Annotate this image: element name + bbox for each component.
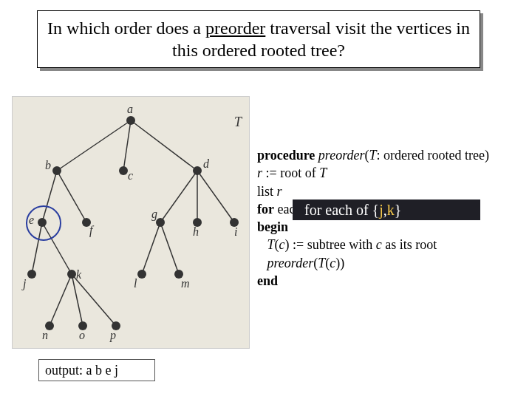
svg-line-7 [197, 171, 234, 222]
overlay-pre: for each of { [304, 202, 379, 219]
subtree-text: ) := subtree with [285, 237, 376, 252]
node-b: b [45, 159, 51, 171]
svg-point-17 [119, 166, 128, 175]
list-text: list [257, 184, 277, 199]
svg-line-12 [50, 274, 72, 326]
fn-name: preorder [318, 148, 365, 163]
svg-line-2 [131, 120, 197, 171]
pseudo-line-5: begin [257, 218, 523, 236]
svg-line-8 [32, 222, 42, 274]
var-r: r [257, 166, 262, 180]
var-T3: T [267, 237, 275, 252]
node-d: d [203, 157, 210, 170]
pseudo-line-8: end [257, 272, 523, 290]
var-T: T [369, 148, 377, 163]
svg-point-26 [137, 270, 146, 279]
output-box: output: a b e j [38, 359, 155, 381]
pseudo-line-7: preorder(T(c)) [257, 254, 523, 272]
svg-point-18 [193, 166, 202, 175]
indent1 [257, 237, 267, 252]
question-title: In which order does a preorder traversal… [37, 10, 480, 68]
node-a: a [127, 103, 133, 115]
title-pre: In which order does a [47, 18, 205, 38]
svg-line-10 [142, 222, 160, 274]
kw-begin: begin [257, 219, 288, 234]
svg-line-4 [57, 171, 86, 222]
node-e: e [29, 214, 34, 226]
svg-line-3 [42, 171, 57, 222]
var-r2: r [277, 184, 282, 199]
svg-line-14 [72, 274, 116, 326]
node-i: i [234, 225, 237, 238]
sig-text: : ordered rooted tree) [377, 148, 489, 163]
overlay-post: } [395, 202, 402, 219]
pseudo-line-2: r := root of T [257, 164, 523, 182]
title-underlined: preorder [205, 18, 265, 38]
pseudo-line-1: procedure preorder(T: ordered rooted tre… [257, 146, 523, 164]
for-overlay: for each of {j, k} [293, 200, 480, 220]
tree-diagram: T a b c d e f g h i j k l m n o p [12, 96, 250, 349]
output-text: output: a b e j [45, 363, 118, 378]
node-h: h [193, 225, 199, 238]
var-c3: c [376, 237, 382, 252]
svg-point-19 [38, 218, 47, 227]
node-g: g [151, 208, 157, 221]
node-c: c [128, 169, 133, 182]
node-j: j [21, 277, 27, 290]
var-c4: c [330, 256, 335, 270]
var-T4: T [318, 256, 325, 270]
overlay-k: k [387, 202, 395, 219]
root-text: as its root [382, 237, 437, 252]
tree-svg: T a b c d e f g h i j k l m n o p [13, 97, 249, 348]
svg-point-25 [67, 270, 76, 279]
tree-title: T [234, 115, 243, 129]
pseudo-line-3: list r [257, 183, 523, 200]
svg-line-13 [72, 274, 83, 326]
pc1: )) [335, 256, 344, 270]
node-l: l [134, 277, 137, 290]
svg-point-15 [126, 116, 135, 125]
svg-line-9 [42, 222, 72, 274]
indent2 [257, 256, 267, 270]
node-f: f [89, 224, 95, 237]
kw-end: end [257, 273, 278, 288]
node-m: m [181, 277, 190, 290]
pseudo-line-6: T(c) := subtree with c as its root [257, 236, 523, 253]
node-p: p [109, 329, 116, 342]
svg-line-11 [160, 222, 179, 274]
kw-for: for [257, 202, 274, 216]
node-k: k [76, 268, 82, 281]
svg-line-1 [123, 120, 131, 171]
assign-text: := root of [262, 166, 319, 180]
svg-line-5 [160, 171, 197, 222]
kw-procedure: procedure [257, 148, 318, 163]
node-o: o [79, 329, 85, 341]
svg-point-16 [52, 166, 61, 175]
var-c2: c [279, 237, 285, 252]
var-T2: T [319, 166, 327, 180]
fn-name2: preorder [267, 256, 314, 270]
svg-line-0 [57, 120, 131, 171]
node-n: n [42, 329, 48, 341]
svg-point-24 [27, 270, 36, 279]
